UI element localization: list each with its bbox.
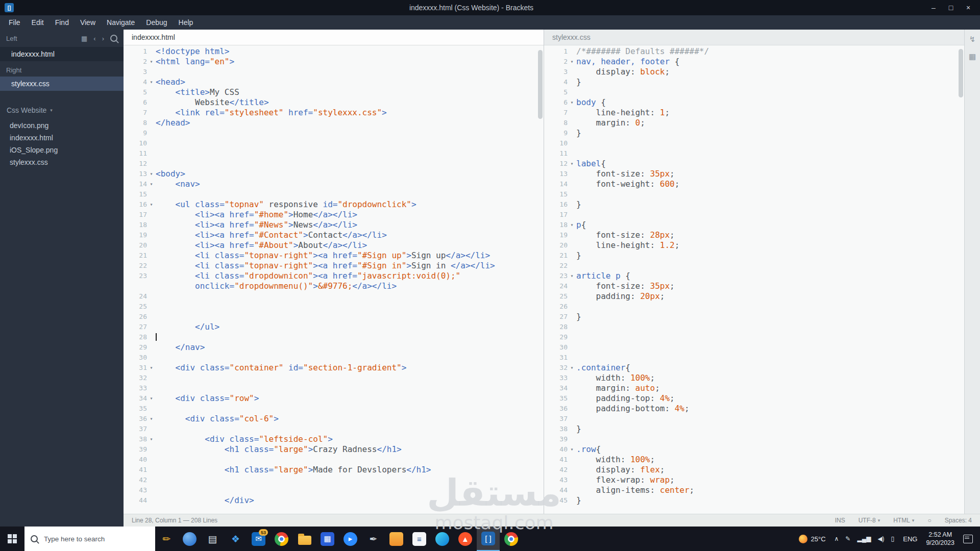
code-line[interactable]: 8 margin: 0; <box>544 118 964 128</box>
code-line[interactable]: 4▾<head> <box>124 77 544 87</box>
code-line[interactable]: 36▾ <div class="col-6"> <box>124 414 544 424</box>
code-line[interactable]: 1/*####### Defaults ######*/ <box>544 46 964 57</box>
code-line[interactable]: 29 <box>544 332 964 342</box>
outlook-button[interactable]: ✉53 <box>247 527 270 551</box>
code-line[interactable]: onclick="dropdownmenu()">&#9776;</a></li… <box>124 281 544 291</box>
code-line[interactable]: 5 <title>My CSS <box>124 87 544 97</box>
code-line[interactable]: 38▾ <div class="leftside-col"> <box>124 434 544 444</box>
code-line[interactable]: 6▾body { <box>544 97 964 108</box>
split-view-icon[interactable]: ▦ <box>81 35 87 42</box>
fold-arrow-icon[interactable]: ▾ <box>147 414 156 424</box>
code-line[interactable]: 9 <box>124 128 544 138</box>
dropbox-button[interactable]: ❖ <box>224 527 247 551</box>
file-explorer-button[interactable] <box>293 527 316 551</box>
code-line[interactable]: 12▾label{ <box>544 159 964 169</box>
workingset-file-left[interactable]: indexxxx.html <box>0 47 124 61</box>
code-line[interactable]: 21} <box>544 251 964 261</box>
encoding-select[interactable]: UTF-8 ▾ <box>859 517 880 524</box>
code-line[interactable]: 24 <box>124 291 544 302</box>
pane-header-right[interactable]: stylexxx.css <box>544 30 964 45</box>
extension-manager-icon[interactable]: ▦ <box>969 52 976 61</box>
blue-orb-app-button[interactable] <box>178 527 201 551</box>
brackets-button[interactable]: [ ] <box>477 527 500 551</box>
pen-tray-icon[interactable]: ✎ <box>845 535 850 542</box>
volume-icon[interactable]: ◀) <box>877 535 884 542</box>
code-line[interactable]: 44 align-items: center; <box>544 485 964 495</box>
pen-app-button[interactable]: ✒ <box>362 527 385 551</box>
code-line[interactable]: 25 <box>124 302 544 312</box>
fold-arrow-icon[interactable]: ▾ <box>568 159 576 169</box>
code-line[interactable]: 30 <box>124 353 544 363</box>
fold-arrow-icon[interactable]: ▾ <box>568 271 576 281</box>
close-button[interactable]: × <box>964 4 973 12</box>
code-line[interactable]: 41 width: 100%; <box>544 455 964 465</box>
code-line[interactable]: 15 <box>124 189 544 199</box>
workingset-file-right[interactable]: stylexxx.css <box>0 77 124 91</box>
project-file[interactable]: indexxxx.html <box>0 132 124 144</box>
code-line[interactable]: 13▾<body> <box>124 169 544 179</box>
live-preview-icon[interactable]: ↯ <box>969 35 976 44</box>
code-line[interactable]: 35 padding-top: 4%; <box>544 393 964 404</box>
code-line[interactable]: 40 <box>124 455 544 465</box>
menu-item-view[interactable]: View <box>75 15 101 30</box>
battery-icon[interactable]: ▯ <box>891 535 895 542</box>
network-icon[interactable]: ▂▄▆ <box>857 535 871 542</box>
code-line[interactable]: 18▾p{ <box>544 220 964 230</box>
code-line[interactable]: 19 <li><a href="#Contact">Contact</a></l… <box>124 230 544 240</box>
code-line[interactable]: 16▾ <ul class="topnav" responsive id="dr… <box>124 199 544 210</box>
code-line[interactable]: 27 </ul> <box>124 322 544 332</box>
fold-arrow-icon[interactable]: ▾ <box>147 393 156 404</box>
menu-item-find[interactable]: Find <box>50 15 75 30</box>
code-line[interactable]: 20 <li><a href="#About">About</a></li> <box>124 240 544 251</box>
code-line[interactable]: 22 <box>544 261 964 271</box>
menu-item-file[interactable]: File <box>3 15 26 30</box>
project-file[interactable]: stylexxx.css <box>0 156 124 168</box>
code-line[interactable]: 2▾<html lang="en"> <box>124 57 544 67</box>
nav-forward-icon[interactable]: › <box>102 35 104 42</box>
stylus-app-button[interactable]: ✏ <box>155 527 178 551</box>
code-line[interactable]: 1<!doctype html> <box>124 46 544 57</box>
minimize-button[interactable]: – <box>929 4 938 12</box>
code-line[interactable]: 12 <box>124 159 544 169</box>
orange-app-button[interactable] <box>385 527 408 551</box>
fold-arrow-icon[interactable]: ▾ <box>568 97 576 108</box>
code-line[interactable]: 28 <box>124 332 544 342</box>
code-line[interactable]: 14 font-weight: 600; <box>544 179 964 189</box>
language-select[interactable]: HTML ▾ <box>893 517 914 524</box>
project-dropdown[interactable]: Css Website ▾ <box>0 91 124 119</box>
code-line[interactable]: 32▾.container{ <box>544 363 964 373</box>
project-file[interactable]: iOS_Slope.png <box>0 144 124 156</box>
code-line[interactable]: 5 <box>544 87 964 97</box>
menu-item-debug[interactable]: Debug <box>140 15 173 30</box>
code-line[interactable]: 38} <box>544 424 964 434</box>
code-line[interactable]: 34 margin: auto; <box>544 383 964 393</box>
code-line[interactable]: 26 <box>544 302 964 312</box>
code-line[interactable]: 40▾.row{ <box>544 444 964 455</box>
code-line[interactable]: 7 line-height: 1; <box>544 108 964 118</box>
fold-arrow-icon[interactable]: ▾ <box>147 179 156 189</box>
code-line[interactable]: 37 <box>124 424 544 434</box>
code-line[interactable]: 9} <box>544 128 964 138</box>
code-line[interactable]: 10 <box>124 138 544 148</box>
pane-header-left[interactable]: indexxxx.html <box>124 30 544 45</box>
overwrite-toggle[interactable]: INS <box>835 517 845 524</box>
language-indicator[interactable]: ENG <box>903 535 917 543</box>
code-line[interactable]: 17 <li><a href="#home">Home</a></li> <box>124 210 544 220</box>
code-line[interactable]: 11 <box>124 148 544 159</box>
fold-arrow-icon[interactable]: ▾ <box>147 57 156 67</box>
code-line[interactable]: 4} <box>544 77 964 87</box>
scrollbar-thumb[interactable] <box>959 49 963 97</box>
code-line[interactable]: 27} <box>544 312 964 322</box>
fold-arrow-icon[interactable]: ▾ <box>147 199 156 210</box>
code-line[interactable]: 43 <box>124 485 544 495</box>
code-line[interactable]: 33 <box>124 383 544 393</box>
code-line[interactable]: 37 <box>544 414 964 424</box>
fold-arrow-icon[interactable]: ▾ <box>568 220 576 230</box>
code-line[interactable]: 41 <h1 class="large">Made for Devslopers… <box>124 465 544 475</box>
cursor-position[interactable]: Line 28, Column 1 — 208 Lines <box>132 517 835 524</box>
fold-arrow-icon[interactable]: ▾ <box>147 363 156 373</box>
code-line[interactable]: 26 <box>124 312 544 322</box>
fold-arrow-icon[interactable]: ▾ <box>147 434 156 444</box>
maximize-button[interactable]: □ <box>946 4 955 12</box>
scrollbar-thumb[interactable] <box>538 50 543 119</box>
